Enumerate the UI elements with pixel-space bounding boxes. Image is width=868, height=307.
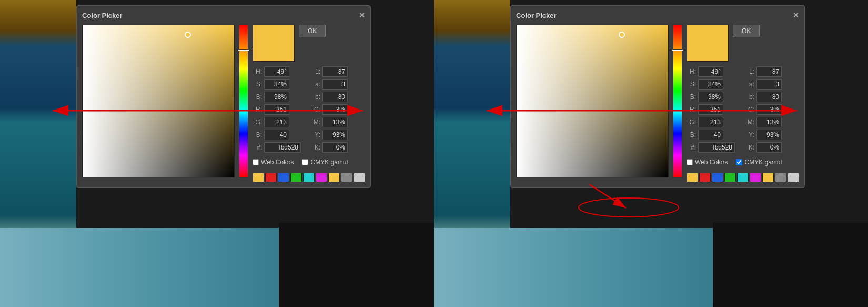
left-b3-input[interactable] xyxy=(322,92,348,102)
left-dialog-titlebar: Color Picker ✕ xyxy=(82,11,365,19)
left-hue-indicator xyxy=(238,49,249,51)
left-web-colors-checkbox[interactable]: Web Colors xyxy=(253,159,294,166)
left-picker-body: OK H: L: S: a: xyxy=(82,25,365,182)
left-hash-input[interactable] xyxy=(264,142,301,153)
right-b-label: B: xyxy=(687,93,696,101)
left-k-input[interactable] xyxy=(322,142,348,153)
right-s-input[interactable] xyxy=(698,79,723,90)
left-hue-strip[interactable] xyxy=(239,25,248,177)
right-hash-input[interactable] xyxy=(698,142,735,153)
left-cmyk-gamut-label: CMYK gamut xyxy=(310,159,348,166)
right-y-input[interactable] xyxy=(756,130,782,140)
right-b-row: B: xyxy=(687,92,741,102)
left-s-label: S: xyxy=(253,81,262,88)
left-g-input[interactable] xyxy=(264,117,289,127)
left-color-gradient[interactable] xyxy=(82,25,235,177)
right-swatch-yellow2[interactable] xyxy=(762,173,774,182)
swatch-green[interactable] xyxy=(290,173,302,182)
right-top-row: OK xyxy=(687,25,799,62)
swatch-cyan[interactable] xyxy=(303,173,315,182)
right-cmyk-gamut-label: CMYK gamut xyxy=(744,159,782,166)
left-m-label: M: xyxy=(311,118,320,126)
right-l-label: L: xyxy=(745,68,754,75)
right-hue-strip[interactable] xyxy=(673,25,682,177)
left-r-input[interactable] xyxy=(264,104,289,115)
left-g-label: G: xyxy=(253,118,262,126)
swatch-magenta[interactable] xyxy=(316,173,327,182)
left-picker-circle[interactable] xyxy=(185,32,191,38)
right-web-colors-label: Web Colors xyxy=(695,159,728,166)
right-color-swatch xyxy=(687,25,729,62)
left-h-input[interactable] xyxy=(264,66,289,77)
art-dark-bottom-left xyxy=(279,223,434,307)
left-cmyk-gamut-input[interactable] xyxy=(302,159,308,165)
right-r-input[interactable] xyxy=(698,104,723,115)
left-color-swatch xyxy=(253,25,295,62)
right-b-input[interactable] xyxy=(698,92,723,102)
left-g-row: G: xyxy=(253,117,307,127)
right-h-row: H: xyxy=(687,66,741,77)
right-checkboxes-row: Web Colors CMYK gamut xyxy=(687,159,799,166)
right-hash-label: #: xyxy=(687,144,696,151)
right-h-input[interactable] xyxy=(698,66,723,77)
swatch-yellow[interactable] xyxy=(253,173,264,182)
left-a-row: a: xyxy=(311,79,365,90)
left-cmyk-gamut-checkbox[interactable]: CMYK gamut xyxy=(302,159,348,166)
right-g-input[interactable] xyxy=(698,117,723,127)
right-web-colors-checkbox[interactable]: Web Colors xyxy=(687,159,728,166)
right-color-gradient[interactable] xyxy=(516,25,669,177)
svg-point-8 xyxy=(579,198,679,217)
left-web-colors-input[interactable] xyxy=(253,159,259,165)
right-ok-button[interactable]: OK xyxy=(733,25,760,37)
art-dark-bottom-right xyxy=(713,223,868,307)
left-close-button[interactable]: ✕ xyxy=(359,11,365,19)
right-cmyk-gamut-input[interactable] xyxy=(736,159,742,165)
right-b3-input[interactable] xyxy=(756,92,782,102)
left-y-row: Y: xyxy=(311,130,365,140)
right-a-input[interactable] xyxy=(756,79,782,90)
swatch-yellow2[interactable] xyxy=(328,173,340,182)
right-values-grid: H: L: S: a: B: xyxy=(687,66,799,153)
right-swatch-magenta[interactable] xyxy=(750,173,761,182)
right-color-picker: Color Picker ✕ OK H: L: xyxy=(510,5,805,188)
right-swatch-cyan[interactable] xyxy=(737,173,749,182)
right-hue-indicator xyxy=(672,49,683,51)
left-s-row: S: xyxy=(253,79,307,90)
left-c-input[interactable] xyxy=(322,104,348,115)
right-b2-label: B: xyxy=(687,131,696,138)
right-c-input[interactable] xyxy=(756,104,782,115)
right-l-row: L: xyxy=(745,66,799,77)
left-s-input[interactable] xyxy=(264,79,289,90)
right-swatch-gray[interactable] xyxy=(775,173,786,182)
left-ok-button[interactable]: OK xyxy=(299,25,326,37)
left-l-row: L: xyxy=(311,66,365,77)
right-swatch-blue[interactable] xyxy=(712,173,723,182)
left-checkboxes-row: Web Colors CMYK gamut xyxy=(253,159,365,166)
left-y-input[interactable] xyxy=(322,130,348,140)
right-k-input[interactable] xyxy=(756,142,782,153)
right-close-button[interactable]: ✕ xyxy=(793,11,799,19)
left-top-row: OK xyxy=(253,25,365,62)
right-swatch-red[interactable] xyxy=(699,173,711,182)
swatch-red[interactable] xyxy=(265,173,277,182)
gamut-ellipse xyxy=(576,196,681,219)
right-l-input[interactable] xyxy=(756,66,782,77)
right-swatch-lightgray[interactable] xyxy=(788,173,799,182)
left-l-input[interactable] xyxy=(322,66,348,77)
left-m-input[interactable] xyxy=(322,117,348,127)
swatch-gray[interactable] xyxy=(341,173,352,182)
swatch-lightgray[interactable] xyxy=(354,173,365,182)
right-b2-input[interactable] xyxy=(698,130,723,140)
right-cmyk-gamut-checkbox[interactable]: CMYK gamut xyxy=(736,159,782,166)
left-h-label: H: xyxy=(253,68,262,75)
left-a-input[interactable] xyxy=(322,79,348,90)
right-swatch-green[interactable] xyxy=(724,173,736,182)
right-swatch-yellow[interactable] xyxy=(687,173,698,182)
swatch-blue[interactable] xyxy=(278,173,289,182)
left-b2-input[interactable] xyxy=(264,130,289,140)
left-a-label: a: xyxy=(311,81,320,88)
left-b-input[interactable] xyxy=(264,92,289,102)
right-m-input[interactable] xyxy=(756,117,782,127)
right-picker-circle[interactable] xyxy=(619,32,625,38)
right-web-colors-input[interactable] xyxy=(687,159,693,165)
